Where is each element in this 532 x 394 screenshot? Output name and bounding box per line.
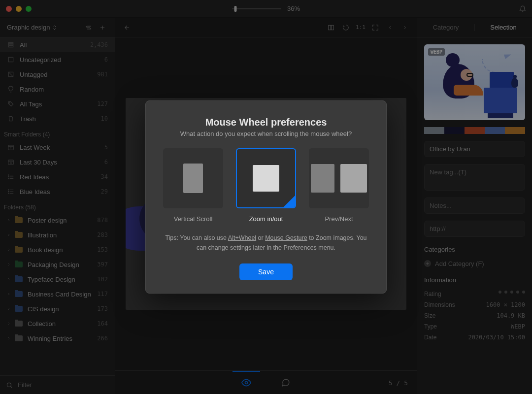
tip-shortcut: Alt+Wheel — [228, 234, 256, 241]
option-prev-next[interactable]: Prev/Next — [307, 148, 370, 223]
modal-tip: Tips: You can also use Alt+Wheel or Mous… — [165, 233, 367, 253]
option-vertical-label: Vertical Scroll — [174, 215, 213, 223]
modal-title: Mouse Wheel preferences — [162, 117, 370, 128]
option-zoom-label: Zoom in/out — [249, 215, 283, 223]
option-row: Vertical Scroll ✓ Zoom in/out Prev/Next — [162, 148, 370, 223]
tip-link[interactable]: Mouse Gesture — [265, 234, 307, 241]
tip-prefix: Tips: You can also use — [165, 234, 228, 241]
check-icon: ✓ — [289, 200, 294, 207]
modal-overlay[interactable]: Mouse Wheel preferences What action do y… — [0, 0, 532, 394]
option-vertical-scroll[interactable]: Vertical Scroll — [162, 148, 225, 223]
option-prevnext-label: Prev/Next — [325, 215, 353, 223]
tip-or: or — [256, 234, 265, 241]
app-window: 36% Graphic design — [0, 0, 532, 394]
mouse-wheel-preferences-modal: Mouse Wheel preferences What action do y… — [145, 100, 387, 294]
modal-subtitle: What action do you expect when scrolling… — [162, 130, 370, 137]
option-zoom[interactable]: ✓ Zoom in/out — [234, 148, 298, 223]
save-button[interactable]: Save — [239, 263, 293, 280]
